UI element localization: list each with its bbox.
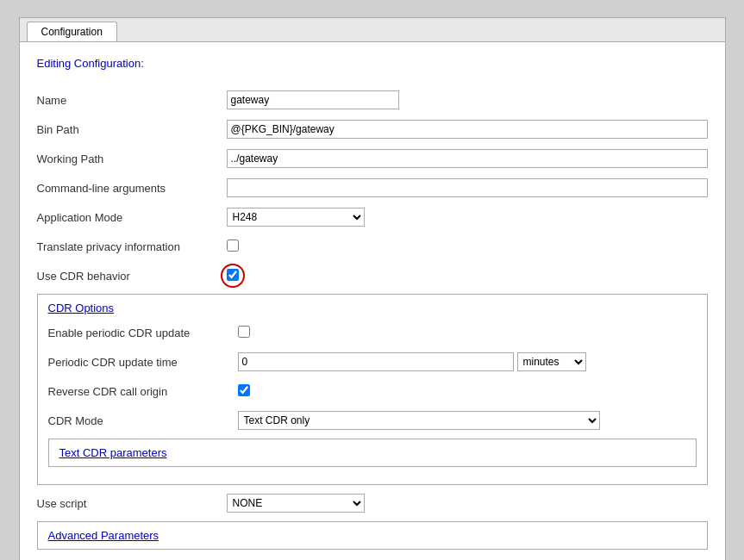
cdr-mode-label: CDR Mode xyxy=(48,414,238,427)
use-script-select[interactable]: NONE custom xyxy=(227,494,365,513)
main-container: Configuration Editing Configuration: Nam… xyxy=(19,17,726,560)
enable-periodic-control xyxy=(238,326,697,340)
translate-privacy-label: Translate privacy information xyxy=(37,240,227,253)
translate-privacy-row: Translate privacy information xyxy=(37,235,708,258)
name-control xyxy=(227,90,708,109)
bin-path-input[interactable] xyxy=(227,120,708,139)
periodic-time-input[interactable] xyxy=(238,352,514,371)
use-cdr-checkbox[interactable] xyxy=(227,269,239,281)
cdr-mode-row: CDR Mode Text CDR only Binary CDR only B… xyxy=(48,409,697,432)
bin-path-control xyxy=(227,120,708,139)
periodic-time-label: Periodic CDR update time xyxy=(48,356,238,369)
cdr-options-section: CDR Options Enable periodic CDR update P… xyxy=(37,294,708,485)
section-title: Editing Configuration: xyxy=(37,57,144,70)
reverse-cdr-label: Reverse CDR call origin xyxy=(48,385,238,398)
periodic-time-row: Periodic CDR update time minutes seconds… xyxy=(48,351,697,373)
reverse-cdr-control xyxy=(238,384,697,399)
name-row: Name xyxy=(37,89,708,111)
translate-privacy-control xyxy=(227,240,708,254)
use-cdr-label: Use CDR behavior xyxy=(37,270,227,283)
reverse-cdr-checkbox[interactable] xyxy=(238,384,250,396)
translate-privacy-checkbox[interactable] xyxy=(227,240,239,252)
text-cdr-title[interactable]: Text CDR parameters xyxy=(59,446,685,459)
app-mode-control: H248 SIP MGCP xyxy=(227,208,708,227)
text-cdr-section: Text CDR parameters xyxy=(48,439,697,467)
bin-path-row: Bin Path xyxy=(37,118,708,140)
use-script-label: Use script xyxy=(37,497,227,510)
name-label: Name xyxy=(37,94,227,107)
advanced-section: Advanced Parameters xyxy=(37,521,708,550)
app-mode-select[interactable]: H248 SIP MGCP xyxy=(227,208,365,227)
use-cdr-row: Use CDR behavior xyxy=(37,264,708,287)
app-mode-label: Application Mode xyxy=(37,211,227,224)
working-path-label: Working Path xyxy=(37,152,227,165)
use-script-control: NONE custom xyxy=(227,494,708,513)
enable-periodic-row: Enable periodic CDR update xyxy=(48,321,697,344)
enable-periodic-checkbox[interactable] xyxy=(238,326,250,338)
advanced-title[interactable]: Advanced Parameters xyxy=(48,529,697,542)
reverse-cdr-row: Reverse CDR call origin xyxy=(48,380,697,402)
tab-bar: Configuration xyxy=(20,18,725,42)
content-area: Editing Configuration: Name Bin Path Wor… xyxy=(20,42,725,560)
periodic-time-control: minutes seconds hours xyxy=(238,352,697,371)
bin-path-label: Bin Path xyxy=(37,123,227,136)
cmd-args-row: Command-line arguments xyxy=(37,177,708,199)
working-path-control xyxy=(227,149,708,168)
working-path-input[interactable] xyxy=(227,149,708,168)
use-cdr-checkbox-wrapper xyxy=(227,269,239,283)
periodic-units-select[interactable]: minutes seconds hours xyxy=(517,352,586,371)
cdr-mode-control: Text CDR only Binary CDR only Both xyxy=(238,411,697,430)
cmd-args-label: Command-line arguments xyxy=(37,182,227,195)
name-input[interactable] xyxy=(227,90,399,109)
cmd-args-input[interactable] xyxy=(227,178,708,197)
tab-configuration[interactable]: Configuration xyxy=(27,22,117,41)
use-cdr-control xyxy=(227,269,708,283)
enable-periodic-label: Enable periodic CDR update xyxy=(48,327,238,339)
cmd-args-control xyxy=(227,178,708,197)
working-path-row: Working Path xyxy=(37,147,708,170)
cdr-options-title[interactable]: CDR Options xyxy=(48,302,697,314)
cdr-mode-select[interactable]: Text CDR only Binary CDR only Both xyxy=(238,411,600,430)
units-row: minutes seconds hours xyxy=(238,352,697,371)
use-script-row: Use script NONE custom xyxy=(37,492,708,514)
app-mode-row: Application Mode H248 SIP MGCP xyxy=(37,206,708,228)
